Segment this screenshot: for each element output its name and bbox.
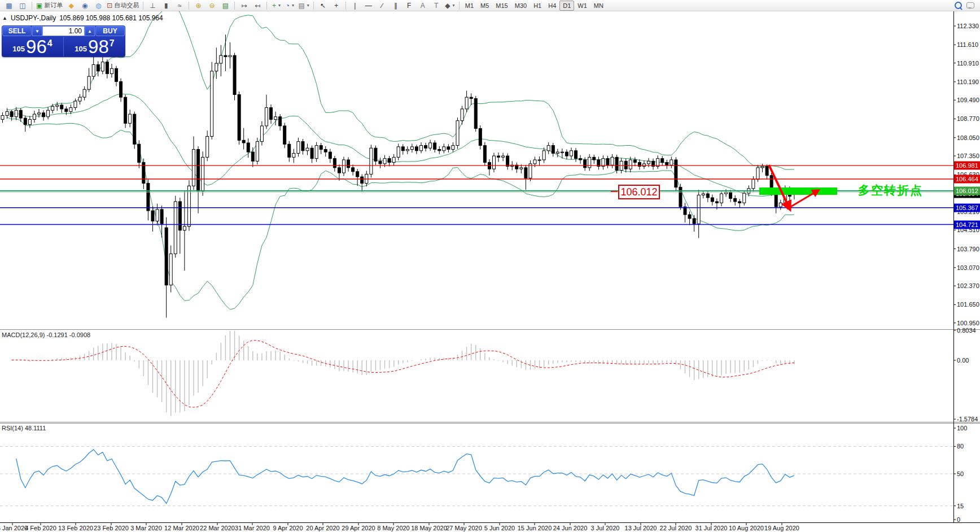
timeframe-m15[interactable]: M15 [492, 1, 511, 11]
crosshair-icon: + [334, 2, 338, 9]
channel-icon[interactable]: ∥ [389, 1, 403, 11]
profiles-icon: ◫ [19, 2, 25, 9]
market-watch-icon: ◉ [82, 2, 88, 9]
text-label-icon[interactable]: T [430, 1, 443, 11]
charts-window-icon: ▦ [6, 2, 12, 9]
vertical-line-icon[interactable]: | [348, 1, 362, 11]
chart-shift-icon: ↤ [255, 2, 260, 9]
zoom-in-icon: ⊕ [195, 2, 201, 9]
sell-price[interactable]: 105 96 4 [2, 37, 64, 56]
periods-icon: ◔ [286, 2, 290, 9]
sell-button[interactable]: SELL [2, 26, 32, 36]
buy-price-big: 98 [88, 38, 109, 55]
charts-window-icon[interactable]: ▦ [2, 1, 16, 11]
templates-icon[interactable]: ▤▾ [296, 1, 310, 11]
arrows-icon[interactable]: ◆▾ [443, 1, 457, 11]
dropdown-caret-icon[interactable]: ▾ [292, 3, 294, 8]
candlestick-chart-icon: ▮ [164, 2, 168, 9]
zoom-out-icon[interactable]: ⊖ [205, 1, 218, 11]
autoscroll-icon: ↦ [241, 2, 247, 9]
indicators-icon: + [272, 2, 276, 9]
cursor-icon[interactable]: ↖ [316, 1, 330, 11]
sell-price-sup: 4 [47, 38, 53, 49]
sell-price-big: 96 [26, 38, 47, 55]
volume-input[interactable] [42, 26, 85, 36]
styler-icon: ◆ [69, 2, 74, 9]
periods-icon[interactable]: ◔▾ [283, 1, 296, 11]
chart-shift-icon[interactable]: ↤ [251, 1, 264, 11]
text-label-icon: T [434, 2, 438, 9]
timeframe-w1[interactable]: W1 [574, 1, 590, 11]
chat-icon[interactable] [966, 2, 974, 8]
arrows-icon: ◆ [445, 2, 450, 9]
volume-up-button[interactable]: ▲ [85, 26, 95, 36]
horizontal-line-icon[interactable]: — [362, 1, 375, 11]
buy-button[interactable]: BUY [95, 26, 125, 36]
one-click-trading-panel: SELL ▼ ▲ BUY 105 96 4 105 98 7 [2, 25, 125, 57]
timeframe-m5[interactable]: M5 [477, 1, 492, 11]
dropdown-caret-icon[interactable]: ▾ [452, 3, 454, 8]
timeframe-d1[interactable]: D1 [559, 1, 574, 11]
chart-canvas[interactable] [0, 0, 980, 532]
signals-icon[interactable]: ◍ [91, 1, 105, 11]
timeframe-mn[interactable]: MN [590, 1, 607, 11]
buy-price-prefix: 105 [75, 45, 87, 53]
timeframe-m30[interactable]: M30 [511, 1, 530, 11]
market-watch-icon[interactable]: ◉ [78, 1, 91, 11]
pivot-price-box[interactable]: 106.012 [618, 185, 660, 199]
cursor-icon: ↖ [320, 2, 326, 9]
pivot-highlight-band [759, 187, 837, 195]
volume-down-button[interactable]: ▼ [32, 26, 42, 36]
new-order-button[interactable]: ▣新订单 [34, 1, 64, 11]
text-icon: A [421, 2, 425, 9]
bar-chart-icon[interactable]: ⊥ [146, 1, 159, 11]
styler-icon[interactable]: ◆ [64, 1, 78, 11]
horizontal-line-icon: — [365, 2, 372, 9]
timeframe-h1[interactable]: H1 [530, 1, 545, 11]
pivot-annotation-text[interactable]: 多空转折点 [858, 182, 923, 198]
fibonacci-icon[interactable]: F [403, 1, 416, 11]
channel-icon: ∥ [394, 2, 397, 9]
autoscroll-icon[interactable]: ↦ [237, 1, 251, 11]
autotrading-button: ⊡ [107, 2, 112, 9]
search-icon[interactable] [955, 2, 962, 9]
buy-price-sup: 7 [110, 38, 115, 49]
timeframe-h4[interactable]: H4 [545, 1, 559, 11]
indicators-icon[interactable]: +▾ [269, 1, 283, 11]
line-chart-icon: ≈ [178, 2, 182, 9]
bar-chart-icon: ⊥ [150, 2, 155, 9]
collapse-quote-panel-icon[interactable]: ▲ [2, 15, 7, 21]
tile-windows-icon[interactable]: ▤ [218, 1, 232, 11]
line-chart-icon[interactable]: ≈ [173, 1, 186, 11]
zoom-out-icon: ⊖ [209, 2, 215, 9]
buy-price[interactable]: 105 98 7 [64, 37, 125, 56]
trendline-icon: ∕ [382, 2, 383, 9]
profiles-icon[interactable]: ◫ [16, 1, 29, 11]
new-order-button: ▣ [36, 2, 42, 9]
fibonacci-icon: F [407, 2, 411, 9]
vertical-line-icon: | [354, 2, 356, 9]
templates-icon: ▤ [298, 2, 304, 9]
autotrading-button-label: 自动交易 [114, 1, 139, 10]
crosshair-icon[interactable]: + [330, 1, 343, 11]
toolbar: ▦◫▣新订单◆◉◍⊡自动交易⊥▮≈⊕⊖▤↦↤+▾◔▾▤▾↖+|—∕∥FAT◆▾M… [0, 0, 980, 11]
new-order-button-label: 新订单 [44, 1, 63, 10]
zoom-in-icon[interactable]: ⊕ [191, 1, 205, 11]
timeframe-m1[interactable]: M1 [462, 1, 477, 11]
trendline-icon[interactable]: ∕ [375, 1, 389, 11]
candlestick-chart-icon[interactable]: ▮ [159, 1, 173, 11]
dropdown-caret-icon[interactable]: ▾ [307, 3, 309, 8]
tile-windows-icon: ▤ [222, 2, 229, 9]
sell-price-prefix: 105 [12, 45, 25, 53]
autotrading-button[interactable]: ⊡自动交易 [105, 1, 141, 11]
dropdown-caret-icon[interactable]: ▾ [278, 3, 281, 8]
text-icon[interactable]: A [416, 1, 430, 11]
signals-icon: ◍ [95, 2, 101, 9]
